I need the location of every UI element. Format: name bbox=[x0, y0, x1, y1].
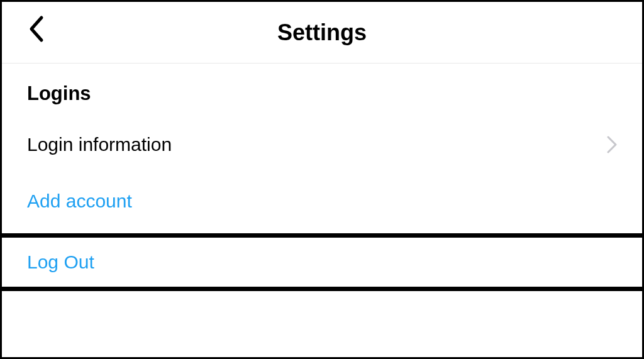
row-log-out[interactable]: Log Out bbox=[2, 233, 642, 291]
back-button[interactable] bbox=[21, 14, 52, 46]
row-add-account[interactable]: Add account bbox=[2, 173, 642, 229]
row-label-login-information: Login information bbox=[27, 134, 172, 155]
section-heading-logins: Logins bbox=[2, 64, 642, 116]
chevron-right-icon bbox=[607, 136, 617, 153]
header-bar: Settings bbox=[2, 2, 642, 64]
row-login-information[interactable]: Login information bbox=[2, 116, 642, 173]
chevron-left-icon bbox=[29, 15, 44, 45]
row-label-log-out: Log Out bbox=[27, 251, 94, 273]
page-title: Settings bbox=[277, 19, 367, 46]
row-label-add-account: Add account bbox=[27, 191, 132, 212]
